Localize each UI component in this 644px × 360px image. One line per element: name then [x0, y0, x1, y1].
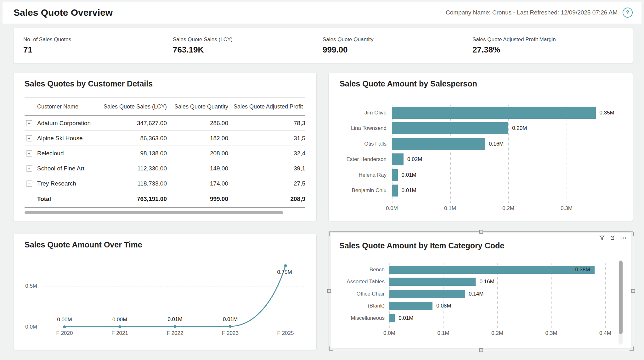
kpi-label: No. of Sales Quotes [23, 36, 71, 43]
cell-sales: 86,363.00 [140, 135, 167, 142]
y-axis-tick-label: 0.5M [20, 283, 37, 289]
x-axis-tick-label: F 2020 [56, 330, 73, 336]
line-point[interactable] [118, 325, 121, 328]
resize-handle[interactable] [631, 289, 635, 293]
focus-mode-icon[interactable] [610, 235, 615, 241]
expand-row-button[interactable]: + [26, 165, 32, 171]
resize-handle-corner[interactable] [630, 232, 634, 236]
kpi-label: Sales Quote Quantity [323, 36, 374, 43]
expand-row-button[interactable]: + [26, 135, 32, 141]
salesperson-chart-card[interactable]: Sales Quote Amount by Salesperson 0.0M0.… [329, 73, 633, 221]
y-axis-tick-label: 0.0M [20, 324, 37, 330]
line-point[interactable] [63, 325, 66, 328]
data-label: 0.35M [600, 110, 614, 116]
column-header-sales[interactable]: Sales Quote Sales (LCY) [104, 103, 167, 110]
cell-adjusted-profit: 32,4 [294, 150, 305, 157]
x-axis-tick-label: F 2025 [277, 330, 294, 336]
column-header-customer-name[interactable]: Customer Name [37, 103, 78, 110]
total-sales: 763,191.00 [137, 196, 167, 202]
item-category-chart-card[interactable]: Sales Quote Amount by Item Category Code… [330, 233, 631, 348]
horizontal-scrollbar-thumb[interactable] [25, 211, 283, 214]
expand-row-button[interactable]: + [26, 180, 32, 186]
column-header-adjusted-profit[interactable]: Sales Quote Adjusted Profit [234, 103, 303, 110]
refresh-status-text: Company Name: Cronus - Last Refreshed: 1… [446, 9, 618, 16]
help-icon[interactable]: ? [623, 8, 633, 18]
data-label: 0.16M [479, 279, 494, 285]
resize-handle-corner[interactable] [329, 346, 333, 351]
cell-quantity: 286.00 [210, 120, 228, 127]
more-options-icon[interactable] [620, 235, 626, 241]
bar[interactable] [389, 302, 432, 310]
line-point[interactable] [284, 264, 287, 267]
x-axis-tick-label: 0.3M [545, 330, 557, 336]
category-label: Ester Henderson [329, 156, 387, 163]
cell-adjusted-profit: 39,1 [294, 165, 305, 172]
x-axis-tick-label: F 2022 [167, 330, 184, 336]
data-label: 0.01M [398, 315, 413, 321]
table-row[interactable]: +School of Fine Art112,330.00149.0039,1 [25, 161, 305, 176]
bar[interactable] [389, 278, 476, 286]
cell-sales: 98,138.00 [140, 150, 167, 157]
bar[interactable] [392, 185, 398, 197]
x-axis-tick-label: F 2023 [222, 330, 239, 336]
bar[interactable] [392, 153, 404, 165]
line-point[interactable] [174, 325, 177, 328]
data-label: 0.02M [407, 156, 422, 163]
table-total-row: Total763,191.00999.00208,9 [25, 191, 305, 208]
customer-table: Customer NameSales Quote Sales (LCY)Sale… [25, 97, 305, 208]
data-label: 0.00M [112, 317, 127, 323]
resize-handle[interactable] [479, 348, 483, 352]
bar[interactable] [392, 122, 508, 134]
bar[interactable] [392, 107, 596, 119]
data-label: 0.01M [402, 187, 416, 194]
column-header-quantity[interactable]: Sales Quote Quantity [174, 103, 228, 110]
bar[interactable] [389, 314, 395, 322]
x-axis-tick-label: 0.1M [444, 205, 456, 212]
data-label: 0.38M [389, 267, 590, 273]
card-title: Sales Quotes by Customer Details [25, 79, 153, 88]
bar[interactable] [392, 169, 398, 181]
x-axis-tick-label: 0.0M [386, 205, 398, 212]
cell-adjusted-profit: 78,3 [294, 120, 305, 127]
page-title: Sales Quote Overview [14, 7, 113, 18]
category-label: Assorted Tables [330, 279, 385, 285]
expand-row-button[interactable]: + [26, 150, 32, 156]
resize-handle-corner[interactable] [329, 232, 333, 236]
expand-row-button[interactable]: + [26, 120, 32, 126]
kpi-label: Sales Quote Sales (LCY) [173, 36, 233, 43]
gridline [450, 105, 451, 203]
table-row[interactable]: +Trey Research118,733.00174.0027,5 [25, 176, 305, 191]
filter-icon[interactable] [599, 235, 605, 241]
table-row[interactable]: +Adatum Corporation347,627.00286.0078,3 [25, 116, 305, 131]
resize-handle-corner[interactable] [630, 346, 634, 351]
category-label: Bench [330, 267, 385, 273]
line-point[interactable] [229, 325, 232, 328]
visual-selection-frame[interactable]: Sales Quote Amount by Item Category Code… [329, 231, 633, 350]
cell-sales: 118,733.00 [137, 180, 167, 187]
over-time-chart-card[interactable]: Sales Quote Amount Over Time 0.0M0.5M0.0… [14, 234, 316, 350]
sales-quotes-by-customer-card[interactable]: Sales Quotes by Customer Details Custome… [14, 73, 316, 221]
card-title: Sales Quote Amount by Item Category Code [339, 241, 504, 250]
data-label: 0.01M [223, 316, 238, 323]
cell-customer-name: Adatum Corporation [37, 120, 91, 127]
page-header: Sales Quote Overview Company Name: Cronu… [3, 2, 641, 24]
vertical-scrollbar-thumb[interactable] [619, 261, 623, 334]
kpi-value: 999.00 [323, 45, 348, 55]
cell-sales: 112,330.00 [137, 165, 167, 172]
table-row[interactable]: +Alpine Ski House86,363.00182.0031,5 [25, 131, 305, 146]
x-axis-tick-label: 0.4M [599, 330, 611, 336]
resize-handle[interactable] [479, 230, 483, 234]
data-label: 0.08M [436, 303, 451, 309]
bar[interactable] [389, 290, 465, 298]
category-label: Office Chair [330, 291, 385, 297]
gridline [508, 105, 509, 203]
table-row[interactable]: +Relecloud98,138.00208.0032,4 [25, 146, 305, 161]
cell-quantity: 174.00 [210, 180, 228, 187]
kpi-value: 763.19K [173, 45, 204, 55]
vertical-scrollbar-track[interactable] [619, 260, 623, 345]
data-label: 0.20M [512, 125, 527, 131]
x-axis-tick-label: F 2021 [111, 330, 128, 336]
bar[interactable] [392, 138, 485, 150]
resize-handle[interactable] [327, 289, 331, 293]
cell-sales: 347,627.00 [137, 120, 167, 127]
